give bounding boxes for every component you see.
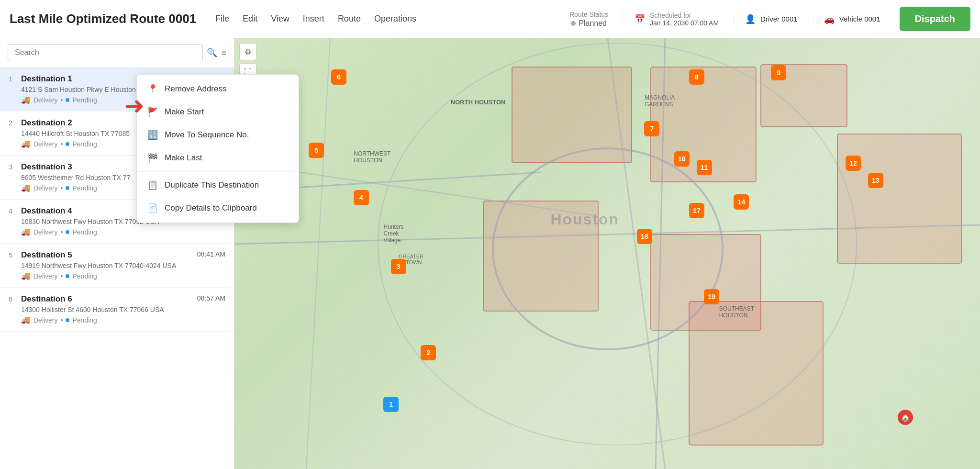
map-marker-10[interactable]: 10	[674, 151, 690, 167]
route-status-block: Route Status Planned	[569, 11, 608, 28]
delivery-icon-1: 🚚	[21, 95, 31, 104]
ctx-label-remove-address: Remove Address	[165, 84, 226, 94]
ctx-item-remove-address[interactable]: 📍 Remove Address	[137, 78, 299, 100]
ctx-icon-move-to-sequence-no.: 🔢	[147, 130, 158, 140]
map-marker-1[interactable]: 1	[383, 397, 399, 412]
map-marker-8[interactable]: 8	[689, 69, 704, 85]
driver-block: 👤 Driver 0001	[733, 14, 798, 24]
calendar-icon: 📅	[635, 14, 645, 24]
vehicle-value: Vehicle 0001	[839, 15, 880, 23]
pending-dot-2	[66, 142, 69, 146]
ctx-label-duplicate-this-destination: Duplicate This Destination	[165, 180, 259, 190]
map-marker-9[interactable]: 9	[771, 65, 786, 80]
dispatch-button[interactable]: Dispatch	[900, 7, 970, 31]
dest-type-2: Delivery	[33, 140, 58, 148]
dest-name-4: Destination 4	[21, 206, 72, 216]
route-status-label: Route Status	[569, 11, 608, 18]
map-marker-13[interactable]: 13	[868, 173, 883, 188]
dest-meta-4: 🚚 Delivery • Pending	[21, 227, 225, 236]
svg-rect-6	[689, 302, 823, 445]
delivery-icon-5: 🚚	[21, 271, 31, 280]
map-marker-2[interactable]: 2	[421, 345, 436, 360]
dest-type-1: Delivery	[33, 96, 58, 104]
dest-status-2: Pending	[72, 140, 97, 148]
map-svg	[234, 38, 980, 469]
ctx-item-duplicate-this-destination[interactable]: 📋 Duplicate This Destination	[137, 174, 299, 197]
menu-operations[interactable]: Operations	[374, 14, 416, 24]
pending-dot-1	[66, 98, 69, 102]
dest-number-5: 5	[9, 251, 17, 259]
vehicle-icon: 🚗	[824, 14, 835, 24]
menu-view[interactable]: View	[271, 14, 290, 24]
scheduled-info: Scheduled for Jan 14, 2030 07:00 AM	[650, 11, 719, 27]
route-status-value: Planned	[571, 19, 607, 28]
map-marker-7[interactable]: 7	[644, 121, 659, 136]
map-marker-6[interactable]: 6	[331, 69, 346, 85]
route-status-text: Planned	[579, 19, 607, 28]
ctx-label-make-start: Make Start	[165, 107, 204, 117]
ctx-icon-remove-address: 📍	[147, 84, 158, 94]
destination-item-5[interactable]: 5 Destination 5 08:41 AM 14919 Northwest…	[0, 244, 234, 288]
context-menu-divider	[137, 171, 299, 172]
ctx-item-move-to-sequence-no.[interactable]: 🔢 Move To Sequence No.	[137, 123, 299, 146]
dest-name-1: Destination 1	[21, 74, 72, 84]
dest-meta-5: 🚚 Delivery • Pending	[21, 271, 225, 280]
ctx-icon-make-start: 🚩	[147, 107, 158, 117]
sidebar-top: 🔍 ≡	[0, 38, 234, 67]
ctx-label-make-last: Make Last	[165, 153, 202, 163]
driver-value: Driver 0001	[760, 15, 798, 23]
ctx-icon-make-last: 🏁	[147, 153, 158, 163]
scheduled-label: Scheduled for	[650, 11, 719, 19]
map-marker-12[interactable]: 12	[846, 156, 861, 171]
map-marker-19[interactable]: 19	[704, 289, 719, 304]
filter-icon[interactable]: ≡	[221, 48, 226, 58]
svg-rect-4	[483, 201, 598, 311]
driver-icon: 👤	[745, 14, 756, 24]
settings-button[interactable]: ⚙	[239, 43, 256, 60]
dest-status-5: Pending	[72, 272, 97, 280]
dest-number-3: 3	[9, 163, 17, 171]
dest-meta-6: 🚚 Delivery • Pending	[21, 315, 225, 324]
dest-status-3: Pending	[72, 184, 97, 192]
dest-address-5: 14919 Northwest Fwy Houston TX 77040-402…	[21, 262, 225, 269]
arrow-indicator: ➜	[124, 94, 145, 118]
sidebar-tools: ≡	[221, 48, 226, 58]
map-marker-17[interactable]: 17	[689, 203, 704, 218]
map-marker-11[interactable]: 11	[697, 160, 712, 175]
svg-line-14	[306, 38, 330, 469]
destination-item-6[interactable]: 6 Destination 6 08:57 AM 14300 Hollister…	[0, 288, 234, 332]
pending-dot-4	[66, 230, 69, 234]
dest-address-6: 14300 Hollister St #600 Houston TX 77066…	[21, 306, 225, 313]
dest-type-5: Delivery	[33, 272, 58, 280]
delivery-icon-2: 🚚	[21, 139, 31, 148]
map-marker-14[interactable]: 14	[734, 194, 749, 210]
ctx-item-copy-details-to-clipboard[interactable]: 📄 Copy Details to Clipboard	[137, 197, 299, 220]
ctx-item-make-last[interactable]: 🏁 Make Last	[137, 146, 299, 169]
menu-route[interactable]: Route	[338, 14, 361, 24]
status-dot-icon	[571, 21, 576, 26]
app-header: Last Mile Optimized Route 0001 File Edit…	[0, 0, 980, 38]
pending-dot-3	[66, 186, 69, 190]
vehicle-block: 🚗 Vehicle 0001	[812, 14, 880, 24]
main-menu: File Edit View Insert Route Operations	[215, 14, 416, 24]
menu-file[interactable]: File	[215, 14, 229, 24]
pending-dot-6	[66, 318, 69, 322]
delivery-icon-6: 🚚	[21, 315, 31, 324]
dest-type-6: Delivery	[33, 316, 58, 324]
pending-dot-5	[66, 274, 69, 278]
menu-insert[interactable]: Insert	[303, 14, 324, 24]
dest-number-4: 4	[9, 207, 17, 215]
search-input[interactable]	[8, 44, 203, 61]
dest-type-3: Delivery	[33, 184, 58, 192]
map-marker-home[interactable]: 🏠	[898, 410, 913, 425]
map-marker-4[interactable]: 4	[354, 190, 369, 205]
dest-number-1: 1	[9, 75, 17, 83]
map-marker-18[interactable]: 18	[637, 229, 652, 244]
menu-edit[interactable]: Edit	[243, 14, 257, 24]
ctx-label-move-to-sequence-no.: Move To Sequence No.	[165, 130, 249, 140]
map-marker-3[interactable]: 3	[391, 259, 406, 274]
ctx-label-copy-details-to-clipboard: Copy Details to Clipboard	[165, 203, 257, 213]
ctx-item-make-start[interactable]: 🚩 Make Start	[137, 100, 299, 123]
map-area: Houston NORTH HOUSTON NORTHWESTHOUSTON H…	[234, 38, 980, 469]
map-marker-5[interactable]: 5	[309, 143, 324, 158]
